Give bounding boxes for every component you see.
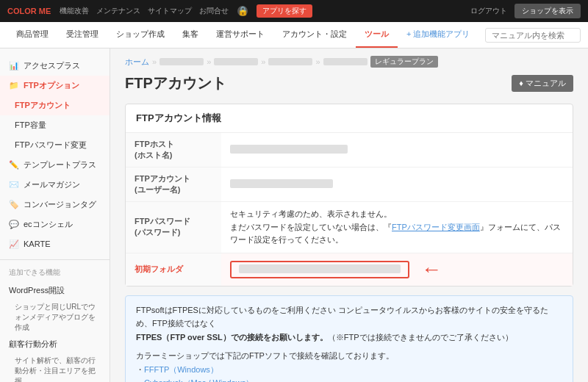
nav-account[interactable]: アカウント・設定 (273, 22, 356, 48)
sidebar-item-ec-concierge[interactable]: 💬 ecコンシェル (0, 215, 110, 234)
sidebar-sub-label: FTPパスワード変更 (15, 140, 87, 151)
content-wrapper: 📊 アクセスプラス 📁 FTPオプション FTPアカウント FTP容量 FTPパ… (0, 48, 588, 382)
karte-icon: 📈 (9, 239, 19, 249)
label-ftp-host: FTPホスト(ホスト名) (126, 133, 221, 167)
sidebar-item-ftp-option[interactable]: 📁 FTPオプション (0, 76, 110, 96)
ec-icon: 💬 (9, 220, 19, 230)
sidebar-section-add-label: 追加できる機能 (0, 264, 110, 281)
sidebar-section-main: 📊 アクセスプラス 📁 FTPオプション FTPアカウント FTP容量 FTPパ… (0, 56, 110, 253)
sidebar-item-customer-analysis[interactable]: 顧客行動分析 (0, 334, 110, 354)
plan-badge: レギュラープラン (370, 56, 438, 68)
sidebar-item-conversion-tag[interactable]: 🏷️ コンバージョンタグ (0, 195, 110, 215)
sidebar-item-label: 顧客行動分析 (9, 339, 57, 350)
blurred-folder (239, 264, 401, 273)
sidebar-item-ftp-account[interactable]: FTPアカウント (0, 96, 110, 115)
sidebar-item-analysis-desc: サイト解析で、顧客の行動分析・注目エリアを把握 (0, 354, 110, 382)
sidebar-sub-label: FTP容量 (15, 120, 46, 131)
nav-sitemap[interactable]: サイトマップ (148, 6, 192, 16)
top-bar-right: ログアウト ショップを表示 (470, 4, 581, 18)
lock-icon: 🔒 (237, 6, 248, 16)
nav-order[interactable]: 受注管理 (57, 22, 107, 48)
cyberduck-link[interactable]: Cyberduck（Mac / Windows） (144, 378, 254, 382)
top-nav: 機能改善 メンテナンス サイトマップ お問合せ (60, 6, 229, 16)
manual-button[interactable]: ♦ マニュアル (512, 75, 573, 92)
notice-text2: カラーミーショップでは下記のFTPソフトで接続を確認しております。 (136, 349, 562, 363)
sidebar-item-ftp-password[interactable]: FTPパスワード変更 (0, 135, 110, 155)
breadcrumb-item4 (323, 58, 368, 65)
nav-contact[interactable]: お問合せ (199, 6, 229, 16)
app-search-button[interactable]: アプリを探す (257, 4, 312, 18)
ffftp-link[interactable]: FFFTP（Windows） (144, 365, 218, 374)
chart-icon: 📊 (9, 61, 19, 71)
top-bar: COLOR ME 機能改善 メンテナンス サイトマップ お問合せ 🔒 アプリを探… (0, 0, 588, 22)
sidebar-item-label: FTPオプション (24, 80, 79, 91)
value-ftp-host (221, 133, 573, 167)
table-row-initial-folder: 初期フォルダ ← (126, 253, 573, 286)
table-row-host: FTPホスト(ホスト名) (126, 133, 573, 167)
sidebar-item-label: KARTE (24, 239, 50, 248)
sidebar-item-template-plus[interactable]: ✏️ テンプレートプラス (0, 155, 110, 175)
show-shop-button[interactable]: ショップを表示 (514, 4, 581, 18)
sidebar-item-label: アクセスプラス (24, 60, 80, 71)
sidebar-item-label: テンプレートプラス (24, 159, 96, 170)
notice-text1: FTPsoftはFTPESに対応しているものをご利用ください コンピュータウイル… (136, 303, 562, 345)
nav-improvement[interactable]: 機能改善 (60, 6, 89, 16)
sidebar-item-label: コンバージョンタグ (24, 199, 96, 210)
top-bar-left: COLOR ME 機能改善 メンテナンス サイトマップ お問合せ 🔒 アプリを探… (7, 4, 312, 18)
ftp-password-change-link[interactable]: FTPパスワード変更画面 (392, 223, 480, 231)
nav-attract[interactable]: 集客 (173, 22, 207, 48)
sidebar-item-mail-magazine[interactable]: ✉️ メールマガジン (0, 175, 110, 195)
sidebar-divider (0, 259, 110, 260)
sidebar-item-access-plus[interactable]: 📊 アクセスプラス (0, 56, 110, 76)
nav-support[interactable]: 運営サポート (207, 22, 273, 48)
sidebar-item-wordpress-desc: ショップと同じURLでウォンメディアやブログを作成 (0, 300, 110, 334)
arrow-right-icon: ← (421, 259, 442, 280)
page-header: FTPアカウント ♦ マニュアル (125, 73, 573, 93)
logout-button[interactable]: ログアウト (470, 6, 507, 16)
sidebar-item-label: WordPress開設 (9, 285, 65, 296)
nav-shop-create[interactable]: ショップ作成 (107, 22, 173, 48)
logo: COLOR ME (7, 7, 51, 15)
table-row-account: FTPアカウント(ユーザー名) (126, 167, 573, 202)
notice-strong: FTPES（FTP over SSL）での接続をお願いします。 (136, 333, 328, 342)
sidebar-item-wordpress[interactable]: WordPress開設 (0, 281, 110, 300)
blurred-account (230, 179, 333, 188)
blurred-host (230, 145, 348, 154)
sidebar-item-label: ecコンシェル (24, 219, 73, 230)
mail-icon: ✉️ (9, 180, 19, 190)
notice-links: ・FFFTP（Windows） ・Cyberduck（Mac / Windows… (136, 363, 562, 382)
value-initial-folder: ← (221, 253, 573, 286)
sidebar-item-label: メールマガジン (24, 179, 80, 190)
label-ftp-account: FTPアカウント(ユーザー名) (126, 167, 221, 202)
ftp-icon: 📁 (9, 81, 19, 91)
ftp-info-table: FTPホスト(ホスト名) FTPアカウント(ユーザー名) FTPパスワード(パス… (126, 133, 573, 286)
nav-maintenance[interactable]: メンテナンス (96, 6, 140, 16)
value-ftp-password: セキュリティ考慮のため、表示されません。 まだパスワードを設定していない場合は、… (221, 202, 573, 253)
label-initial-folder: 初期フォルダ (126, 253, 221, 286)
sidebar: 📊 アクセスプラス 📁 FTPオプション FTPアカウント FTP容量 FTPパ… (0, 48, 110, 382)
notice-box: FTPsoftはFTPESに対応しているものをご利用ください コンピュータウイル… (125, 295, 573, 382)
breadcrumb-item2 (214, 58, 258, 65)
tag-icon: 🏷️ (9, 200, 19, 210)
main-nav: 商品管理 受注管理 ショップ作成 集客 運営サポート アカウント・設定 ツール … (0, 22, 588, 48)
nav-product[interactable]: 商品管理 (7, 22, 57, 48)
breadcrumb-item3 (268, 58, 312, 65)
label-ftp-password: FTPパスワード(パスワード) (126, 202, 221, 253)
value-ftp-account (221, 167, 573, 202)
ftp-info-card-header: FTPアカウント情報 (126, 104, 573, 133)
breadcrumb-home[interactable]: ホーム (125, 57, 149, 68)
nav-search (485, 22, 581, 48)
nav-add-app[interactable]: + 追加機能アプリ (398, 22, 478, 48)
sidebar-item-ftp-capacity[interactable]: FTP容量 (0, 115, 110, 135)
nav-tools[interactable]: ツール (356, 22, 398, 48)
breadcrumb: ホーム » » » » レギュラープラン (125, 56, 573, 68)
search-input[interactable] (485, 28, 581, 43)
ftp-info-card: FTPアカウント情報 FTPホスト(ホスト名) FTPアカウント(ユーザー名) … (125, 104, 573, 286)
template-icon: ✏️ (9, 160, 19, 170)
breadcrumb-item1 (159, 58, 204, 65)
main-content: ホーム » » » » レギュラープラン FTPアカウント ♦ マニュアル FT… (110, 48, 588, 382)
sidebar-item-karte[interactable]: 📈 KARTE (0, 234, 110, 253)
sidebar-sub-label: FTPアカウント (15, 100, 71, 111)
table-row-password: FTPパスワード(パスワード) セキュリティ考慮のため、表示されません。 まだパ… (126, 202, 573, 253)
page-title: FTPアカウント (125, 73, 226, 93)
